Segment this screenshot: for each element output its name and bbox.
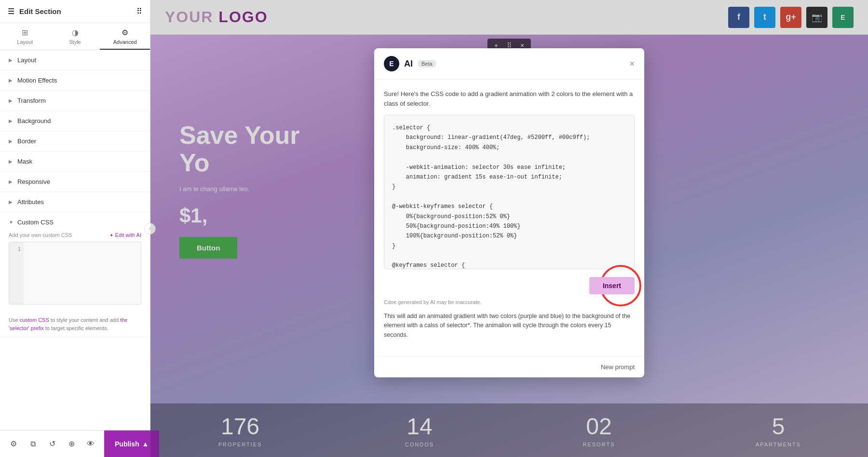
sidebar-content: ▶ Layout ▶ Motion Effects ▶ Transform ▶ … [0,50,150,430]
dialog-header-left: E AI Beta [384,56,436,71]
sidebar-item-transform[interactable]: ▶ Transform [0,91,150,111]
ai-dialog-overlay: E AI Beta × Sure! Here's the CSS code to… [150,0,868,457]
eye-icon-btn[interactable]: 👁 [82,435,99,453]
edit-with-ai-button[interactable]: ✦ Edit with AI [109,232,141,238]
custom-css-link[interactable]: custom CSS [20,317,49,323]
custom-css-helper-text: Add your own custom CSS [9,232,72,238]
css-textarea[interactable] [24,242,141,304]
tab-style[interactable]: ◑ Style [50,23,100,50]
custom-css-label: Custom CSS [17,219,54,226]
tab-advanced-label: Advanced [113,39,137,45]
advanced-tab-icon: ⚙ [122,28,128,37]
style-tab-icon: ◑ [72,28,79,37]
sidebar-item-layout[interactable]: ▶ Layout [0,50,150,70]
arrow-icon-attributes: ▶ [9,199,13,205]
tab-layout[interactable]: ⊞ Layout [0,23,50,50]
sidebar-tabs: ⊞ Layout ◑ Style ⚙ Advanced [0,23,150,50]
arrow-icon-border: ▶ [9,138,13,144]
insert-button[interactable]: Insert [589,277,635,294]
sidebar-item-motion-effects[interactable]: ▶ Motion Effects [0,70,150,91]
grid-icon[interactable]: ⠿ [136,7,142,16]
arrow-icon-motion: ▶ [9,78,13,83]
custom-css-header[interactable]: ▼ Custom CSS [0,212,150,232]
sidebar-bottom: ⚙ ⧉ ↺ ⊕ 👁 Publish ▲ [0,430,150,457]
settings-icon-btn[interactable]: ⚙ [5,435,22,453]
css-editor: 1 [9,242,141,305]
dialog-close-button[interactable]: × [629,59,635,68]
dialog-ai-label: AI [404,59,413,69]
tab-layout-label: Layout [17,39,33,45]
hamburger-icon[interactable]: ☰ [8,7,14,16]
footer-text-1: Use [9,317,20,323]
sidebar-header-left: ☰ Edit Section [8,7,61,16]
arrow-icon-custom-css: ▼ [9,220,14,225]
layers-icon-btn[interactable]: ⧉ [24,435,41,453]
arrow-icon-layout: ▶ [9,57,13,63]
publish-chevron-icon: ▲ [142,440,149,448]
custom-css-footer: Use custom CSS to style your content and… [0,311,150,337]
sidebar: ☰ Edit Section ⠿ ⊞ Layout ◑ Style ⚙ Adva… [0,0,150,457]
tab-advanced[interactable]: ⚙ Advanced [100,23,150,50]
elementor-icon: E [384,56,399,71]
sidebar-item-custom-css: ▼ Custom CSS Add your own custom CSS ✦ E… [0,212,150,337]
ai-dialog: E AI Beta × Sure! Here's the CSS code to… [374,48,644,377]
arrow-icon-responsive: ▶ [9,179,13,184]
sidebar-item-background[interactable]: ▶ Background [0,111,150,131]
sidebar-item-border[interactable]: ▶ Border [0,131,150,152]
arrow-icon-transform: ▶ [9,98,13,103]
bottom-icons: ⚙ ⧉ ↺ ⊕ 👁 [0,435,104,453]
dialog-intro: Sure! Here's the CSS code to add a gradi… [384,89,635,108]
custom-css-body: Add your own custom CSS ✦ Edit with AI 1 [0,232,150,311]
sidebar-title: Edit Section [19,7,61,15]
dialog-warning: Cdoe generated by AI may be inaccurate. [384,299,635,305]
footer-text-2: to style your content and add [49,317,120,323]
history-icon-btn[interactable]: ↺ [43,435,61,453]
dialog-header: E AI Beta × [374,48,644,80]
dialog-insert-row: Insert [384,277,635,294]
code-block: .selector { background: linear-gradient(… [384,115,635,269]
arrow-icon-background: ▶ [9,118,13,124]
dialog-description: This will add an animated gradient with … [384,312,635,340]
publish-label: Publish [115,440,139,448]
dialog-footer: New prompt [374,356,644,377]
dialog-beta-badge: Beta [418,60,436,68]
sidebar-item-attributes[interactable]: ▶ Attributes [0,192,150,212]
edit-with-ai-label: Edit with AI [115,232,141,238]
footer-text-3: to target specific elements. [44,325,108,331]
add-template-icon-btn[interactable]: ⊕ [63,435,80,453]
ai-stars-icon: ✦ [109,233,113,238]
sidebar-item-mask[interactable]: ▶ Mask [0,152,150,172]
new-prompt-link[interactable]: New prompt [601,363,635,371]
tab-style-label: Style [69,39,81,45]
arrow-icon-mask: ▶ [9,159,13,164]
sidebar-item-responsive[interactable]: ▶ Responsive [0,172,150,192]
main-area: YOUR LOGO f t g+ 📷 E + ⠿ × Save Your Yo … [150,0,868,457]
custom-css-helper: Add your own custom CSS ✦ Edit with AI [9,232,141,238]
dialog-body: Sure! Here's the CSS code to add a gradi… [374,80,644,356]
layout-tab-icon: ⊞ [22,28,28,37]
sidebar-header: ☰ Edit Section ⠿ [0,0,150,23]
css-line-numbers: 1 [9,242,24,304]
